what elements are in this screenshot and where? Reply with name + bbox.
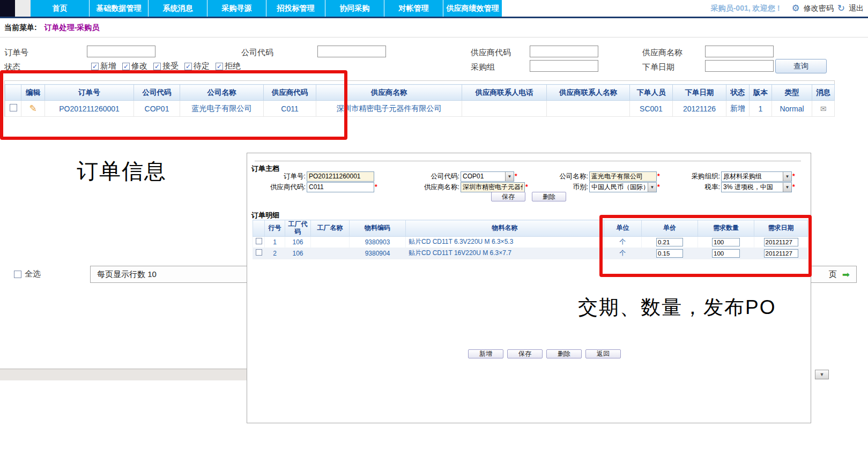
- cell-status: 新增: [726, 101, 750, 117]
- order-no-label: 订单号: [4, 47, 28, 58]
- detail-save-button[interactable]: 保存: [507, 349, 543, 358]
- dlg-order-no-input[interactable]: [307, 171, 374, 182]
- dlg-company-code-select[interactable]: COP01 ▼: [461, 171, 514, 182]
- page-char-label: 页: [829, 270, 837, 280]
- logout-link[interactable]: 退出: [849, 4, 864, 13]
- dlg-supplier-name-label: 供应商名称:: [403, 183, 461, 192]
- supplier-name-label: 供应商名称: [642, 47, 682, 58]
- select-all-checkbox[interactable]: [14, 271, 21, 278]
- purchase-group-label: 采购组: [471, 61, 495, 73]
- detail-row-checkbox[interactable]: [256, 249, 262, 256]
- detail-add-button[interactable]: 新增: [468, 349, 503, 358]
- supplier-code-input[interactable]: [530, 46, 598, 57]
- status-checkbox-modified[interactable]: ✓: [122, 63, 130, 70]
- dlg-company-name-label: 公司名称:: [530, 172, 589, 181]
- master-buttons: 保存 删除: [491, 192, 566, 201]
- header-order-date: 下单日期: [673, 85, 726, 101]
- detail-delete-button[interactable]: 删除: [546, 349, 582, 358]
- header-type: 类型: [772, 85, 812, 101]
- required-asterisk: *: [792, 173, 795, 180]
- supplier-name-input[interactable]: [705, 46, 774, 57]
- dt-header-factory-name: 工厂名称: [311, 220, 350, 237]
- master-delete-button[interactable]: 删除: [532, 192, 566, 201]
- required-asterisk: *: [657, 183, 660, 191]
- dlg-supplier-code-label: 供应商代码:: [253, 183, 307, 192]
- chevron-down-icon[interactable]: ▼: [648, 183, 656, 192]
- nav-tabs: 首页 基础数据管理 系统消息 采购寻源 招投标管理 协同采购 对帐管理 供应商绩…: [31, 0, 502, 17]
- dt-header-material-code: 物料编码: [350, 220, 406, 237]
- header-version: 版本: [750, 85, 772, 101]
- cell-placed-by: SC001: [630, 101, 673, 117]
- dlg-order-no-label: 订单号:: [253, 172, 307, 181]
- header-contact-name: 供应商联系人名称: [547, 85, 630, 101]
- refresh-icon[interactable]: ↻: [837, 4, 845, 13]
- breadcrumb-current-menu: 订单处理-采购员: [44, 23, 100, 33]
- dt-cell-factory-name: [311, 236, 350, 248]
- dlg-tax-rate-value: 3% 进项税，中国: [722, 183, 783, 192]
- dt-header-line: 行号: [265, 220, 285, 237]
- chevron-down-icon[interactable]: ▼: [783, 172, 791, 181]
- search-button[interactable]: 查询: [775, 59, 827, 73]
- header-contact-phone: 供应商联系人电话: [462, 85, 547, 101]
- dt-cell-material-name: 贴片CD CD11T 6.3V220U M 6.3×5.3: [406, 236, 604, 248]
- cell-contact-phone: [462, 101, 547, 117]
- detail-row-checkbox[interactable]: [256, 238, 262, 244]
- nav-tab-sourcing[interactable]: 采购寻源: [207, 0, 266, 17]
- order-date-label: 下单日期: [642, 61, 674, 73]
- breadcrumb: 当前菜单: 订单处理-采购员: [0, 18, 868, 38]
- bottom-dropdown-arrow[interactable]: ▼: [815, 370, 829, 379]
- nav-tab-collaborative-procurement[interactable]: 协同采购: [325, 0, 384, 17]
- gear-icon[interactable]: ⚙: [792, 4, 800, 13]
- dlg-currency-value: 中国人民币（国际）: [590, 183, 648, 192]
- next-page-arrow-icon[interactable]: ➡: [842, 269, 850, 280]
- company-code-label: 公司代码: [241, 47, 273, 58]
- header-message: 消息: [812, 85, 835, 101]
- status-checkbox-pending[interactable]: ✓: [184, 63, 192, 70]
- annotation-red-box-orders: [0, 70, 347, 140]
- status-checkbox-rejected[interactable]: ✓: [216, 63, 223, 70]
- message-mail-icon[interactable]: ✉: [820, 104, 827, 113]
- purchase-group-input[interactable]: [530, 60, 598, 72]
- nav-tab-basic-data[interactable]: 基础数据管理: [90, 0, 149, 17]
- order-no-input[interactable]: [87, 46, 155, 57]
- cell-version: 1: [750, 101, 772, 117]
- nav-tab-home[interactable]: 首页: [31, 0, 90, 17]
- select-all-row: 全选: [14, 269, 41, 279]
- nav-gap: [15, 0, 31, 17]
- dlg-currency-select[interactable]: 中国人民币（国际） ▼: [589, 182, 657, 192]
- nav-tab-system-messages[interactable]: 系统消息: [149, 0, 207, 17]
- dlg-tax-rate-select[interactable]: 3% 进项税，中国 ▼: [721, 182, 792, 192]
- annotation-red-box-detail: [599, 215, 812, 277]
- page: 首页 基础数据管理 系统消息 采购寻源 招投标管理 协同采购 对帐管理 供应商绩…: [0, 0, 868, 464]
- header-status: 状态: [726, 85, 750, 101]
- nav-tab-reconciliation[interactable]: 对帐管理: [384, 0, 443, 17]
- supplier-code-label: 供应商代码: [471, 47, 511, 58]
- nav-tab-supplier-performance[interactable]: 供应商绩效管理: [443, 0, 502, 17]
- dialog-top-divider: [255, 161, 801, 161]
- order-date-input[interactable]: [705, 60, 774, 72]
- master-save-button[interactable]: 保存: [491, 192, 525, 201]
- dlg-company-name-input[interactable]: [589, 171, 657, 182]
- dt-header-material-name: 物料名称: [406, 220, 604, 237]
- top-nav-bar: 首页 基础数据管理 系统消息 采购寻源 招投标管理 协同采购 对帐管理 供应商绩…: [0, 0, 868, 18]
- required-asterisk: *: [657, 173, 660, 180]
- dt-cell-material-name: 贴片CD CD11T 16V220U M 6.3×7.7: [406, 248, 604, 259]
- dlg-supplier-code-input[interactable]: [307, 182, 374, 192]
- cell-contact-name: [547, 101, 630, 117]
- chevron-down-icon[interactable]: ▼: [783, 183, 791, 192]
- chevron-down-icon[interactable]: ▼: [505, 172, 514, 181]
- change-password-link[interactable]: 修改密码: [804, 4, 834, 13]
- dt-header-factory-code: 工厂代码: [285, 220, 311, 237]
- welcome-text: 采购员-001, 欢迎您！: [711, 4, 783, 13]
- dt-cell-factory-name: [311, 248, 350, 259]
- dlg-supplier-name-input[interactable]: [461, 182, 525, 192]
- status-checkbox-accepted[interactable]: ✓: [153, 63, 161, 70]
- company-code-input[interactable]: [317, 46, 386, 57]
- status-checkbox-new[interactable]: ✓: [91, 63, 99, 70]
- nav-corner-block: [0, 0, 15, 17]
- detail-back-button[interactable]: 返回: [585, 349, 621, 358]
- dlg-purchase-org-select[interactable]: 原材料采购组 ▼: [721, 171, 792, 182]
- nav-tab-bidding[interactable]: 招投标管理: [266, 0, 325, 17]
- required-asterisk: *: [525, 183, 528, 191]
- header-placed-by: 下单人员: [630, 85, 673, 101]
